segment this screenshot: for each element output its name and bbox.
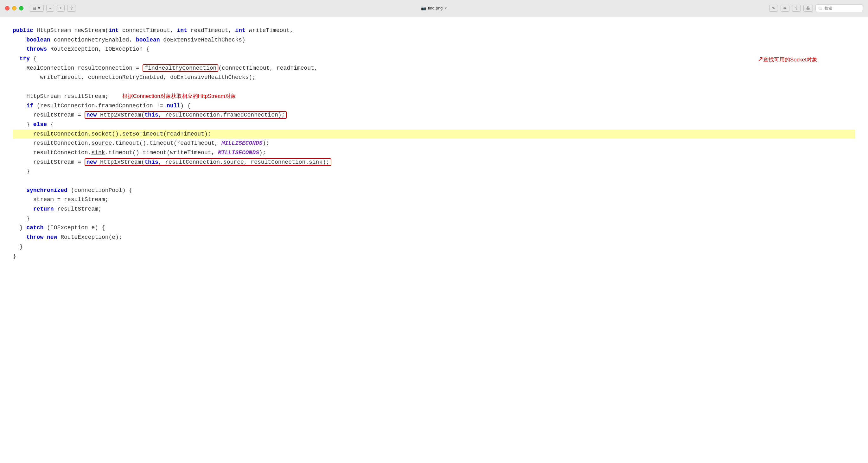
code-line-1: public HttpStream newStream(int connectT… — [13, 26, 855, 35]
annotation-httpstream: 根据Connection对象获取相应的HttpStream对象 — [122, 93, 236, 99]
code-line-14: resultStream = new Http1xStream(this, re… — [13, 158, 855, 167]
keyword-throw: throw — [26, 234, 43, 240]
keyword-boolean-1: boolean — [26, 37, 50, 43]
file-icon: 📷 — [421, 6, 426, 10]
keyword-catch: catch — [26, 224, 43, 231]
keyword-boolean-2: boolean — [136, 37, 160, 43]
view-toggle-button[interactable]: ▤ ▼ — [30, 5, 44, 12]
code-line-10: } else { — [13, 120, 855, 129]
annotation-socket: 查找可用的Socket对象 — [763, 57, 817, 63]
code-line-12: resultConnection.source.timeout().timeou… — [13, 139, 855, 148]
keyword-if: if — [26, 102, 33, 109]
code-line-9: resultStream = new Http2xStream(this, re… — [13, 111, 855, 120]
dropdown-arrow[interactable]: ∨ — [444, 6, 447, 10]
code-line-17: stream = resultStream; — [13, 195, 855, 205]
keyword-null-1: null — [167, 102, 180, 109]
maximize-button[interactable] — [19, 6, 24, 10]
close-button[interactable] — [5, 6, 9, 10]
minimize-button[interactable] — [12, 6, 17, 10]
code-line-blank-2 — [13, 176, 855, 186]
pen-button[interactable]: ✎ — [769, 5, 778, 12]
export-button[interactable]: ⇧ — [792, 5, 801, 12]
code-line-19: } — [13, 214, 855, 224]
code-line-11: resultConnection.socket().setSoTimeout(r… — [13, 129, 855, 139]
code-line-23: } — [13, 252, 855, 261]
code-line-15: } — [13, 167, 855, 176]
keyword-this-2: this — [145, 159, 158, 165]
search-input[interactable] — [815, 4, 863, 12]
code-line-21: throw new RouteException(e); — [13, 233, 855, 242]
zoom-out-button[interactable]: − — [46, 5, 54, 12]
keyword-throws: throws — [26, 46, 47, 52]
http2xstream-box: new Http2xStream(this, resultConnection.… — [85, 111, 287, 119]
share-button[interactable]: ⇧ — [67, 5, 76, 12]
code-viewer: public HttpStream newStream(int connectT… — [0, 17, 868, 463]
code-line-8: if (resultConnection.framedConnection !=… — [13, 101, 855, 111]
keyword-try: try — [20, 55, 30, 62]
code-line-5: RealConnection resultConnection = findHe… — [13, 64, 855, 73]
code-line-blank-1 — [13, 82, 855, 92]
print-button[interactable]: 🖶 — [803, 5, 813, 12]
code-line-16: synchronized (connectionPool) { — [13, 186, 855, 195]
code-line-18: return resultStream; — [13, 205, 855, 214]
toolbar-left: ▤ ▼ − + ⇧ — [30, 5, 76, 12]
find-healthy-connection-box: findHealthyConnection — [143, 64, 218, 72]
code-line-6: writeTimeout, connectionRetryEnabled, do… — [13, 73, 855, 82]
keyword-this-1: this — [145, 112, 158, 118]
code-line-4: try { — [13, 54, 855, 64]
keyword-int-3: int — [235, 27, 245, 34]
code-line-20: } catch (IOException e) { — [13, 223, 855, 233]
keyword-milliseconds-1: MILLISECONDS — [221, 140, 262, 146]
filename: find.png — [428, 6, 442, 10]
titlebar-center: 📷 find.png ∨ — [421, 6, 447, 10]
keyword-synchronized: synchronized — [26, 187, 67, 193]
keyword-else: else — [33, 121, 47, 128]
keyword-new-1: new — [87, 112, 97, 118]
keyword-int-1: int — [108, 27, 119, 34]
code-line-3: throws RouteException, IOException { — [13, 45, 855, 54]
annotate-button[interactable]: ✏ — [781, 5, 789, 12]
titlebar: ▤ ▼ − + ⇧ 📷 find.png ∨ ✎ ✏ ⇧ 🖶 — [0, 0, 868, 17]
http1xstream-box: new Http1xStream(this, resultConnection.… — [85, 158, 331, 166]
code-line-22: } — [13, 242, 855, 252]
code-line-13: resultConnection.sink.timeout().timeout(… — [13, 148, 855, 158]
keyword-milliseconds-2: MILLISECONDS — [218, 150, 259, 156]
zoom-in-button[interactable]: + — [57, 5, 65, 12]
traffic-lights — [5, 6, 24, 10]
keyword-new-2: new — [87, 159, 97, 165]
titlebar-right: ✎ ✏ ⇧ 🖶 — [769, 4, 863, 12]
keyword-public: public — [13, 27, 33, 34]
keyword-return: return — [33, 206, 54, 212]
code-line-2: boolean connectionRetryEnabled, boolean … — [13, 35, 855, 45]
keyword-new-3: new — [47, 234, 57, 240]
code-line-7: HttpStream resultStream; 根据Connection对象获… — [13, 92, 855, 101]
keyword-int-2: int — [177, 27, 187, 34]
